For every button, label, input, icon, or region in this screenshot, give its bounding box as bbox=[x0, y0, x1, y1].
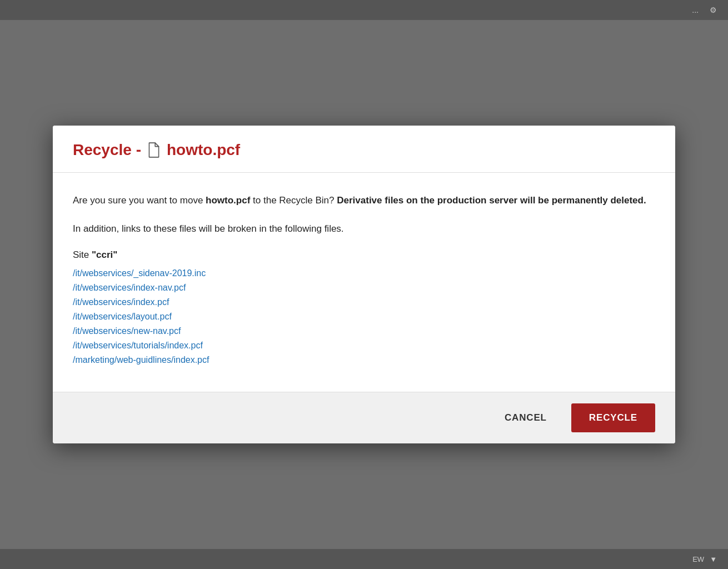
modal-footer: CANCEL RECYCLE bbox=[53, 392, 675, 443]
cancel-button[interactable]: CANCEL bbox=[491, 405, 560, 431]
file-link[interactable]: /it/webservices/new-nav.pcf bbox=[73, 326, 655, 336]
modal-header: Recycle - howto.pcf bbox=[53, 126, 675, 173]
top-bar: ... ⚙ bbox=[0, 0, 728, 20]
site-name: "ccri" bbox=[92, 249, 117, 260]
recycle-dialog: Recycle - howto.pcf Are you sure you wan… bbox=[53, 126, 675, 443]
file-link[interactable]: /it/webservices/_sidenav-2019.inc bbox=[73, 268, 655, 278]
confirm-warning: Derivative files on the production serve… bbox=[337, 195, 646, 206]
top-bar-item-ellipsis: ... bbox=[692, 6, 699, 14]
site-label-prefix: Site bbox=[73, 249, 92, 260]
file-link[interactable]: /it/webservices/tutorials/index.pcf bbox=[73, 341, 655, 351]
file-link[interactable]: /it/webservices/index-nav.pcf bbox=[73, 283, 655, 293]
ew-label: EW bbox=[692, 555, 704, 563]
file-link[interactable]: /marketing/web-guidlines/index.pcf bbox=[73, 355, 655, 365]
confirm-filename: howto.pcf bbox=[206, 195, 250, 206]
modal-title-recycle-text: Recycle - bbox=[73, 141, 141, 159]
bottom-bar: EW ▼ bbox=[0, 549, 728, 569]
file-icon bbox=[147, 142, 161, 158]
modal-body: Are you sure you want to move howto.pcf … bbox=[53, 173, 675, 392]
top-bar-item-gear: ⚙ bbox=[710, 6, 717, 14]
broken-links-text: In addition, links to these files will b… bbox=[73, 221, 655, 236]
file-links-list: /it/webservices/_sidenav-2019.inc/it/web… bbox=[73, 268, 655, 365]
file-link[interactable]: /it/webservices/index.pcf bbox=[73, 297, 655, 307]
recycle-button[interactable]: RECYCLE bbox=[571, 403, 655, 432]
file-link[interactable]: /it/webservices/layout.pcf bbox=[73, 312, 655, 322]
confirm-text-part1: Are you sure you want to move bbox=[73, 195, 206, 206]
ew-chevron-icon: ▼ bbox=[710, 555, 717, 563]
confirm-text-part2: to the Recycle Bin? bbox=[250, 195, 337, 206]
site-label: Site "ccri" bbox=[73, 249, 655, 261]
modal-title-filename: howto.pcf bbox=[167, 141, 240, 159]
confirm-text: Are you sure you want to move howto.pcf … bbox=[73, 193, 655, 208]
